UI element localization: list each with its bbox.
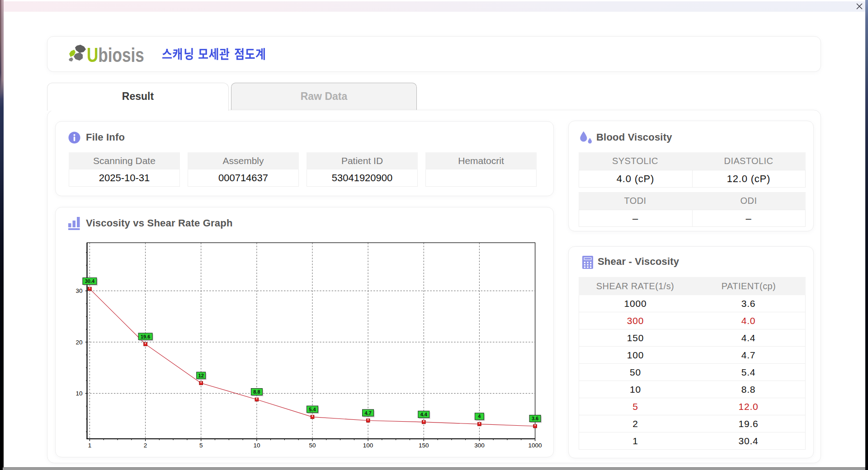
svg-text:100: 100 bbox=[363, 442, 373, 449]
svg-text:12: 12 bbox=[198, 373, 204, 378]
svg-text:30.4: 30.4 bbox=[85, 278, 95, 284]
svg-text:4.7: 4.7 bbox=[364, 410, 371, 416]
svg-text:1: 1 bbox=[88, 442, 92, 449]
svg-text:10: 10 bbox=[75, 390, 82, 397]
svg-text:3.6: 3.6 bbox=[532, 416, 538, 421]
svg-text:8.8: 8.8 bbox=[253, 389, 260, 395]
svg-text:5.4: 5.4 bbox=[309, 407, 316, 412]
svg-text:300: 300 bbox=[474, 442, 485, 449]
svg-text:20: 20 bbox=[75, 339, 82, 346]
svg-text:19.6: 19.6 bbox=[141, 334, 150, 339]
svg-text:50: 50 bbox=[309, 442, 316, 449]
svg-text:4.4: 4.4 bbox=[420, 412, 428, 417]
svg-text:1000: 1000 bbox=[528, 442, 542, 449]
svg-text:10: 10 bbox=[253, 442, 260, 449]
svg-text:30: 30 bbox=[75, 287, 82, 294]
svg-text:2: 2 bbox=[144, 442, 147, 449]
svg-text:150: 150 bbox=[419, 442, 429, 449]
svg-text:5: 5 bbox=[199, 442, 203, 449]
svg-text:4: 4 bbox=[478, 414, 481, 419]
